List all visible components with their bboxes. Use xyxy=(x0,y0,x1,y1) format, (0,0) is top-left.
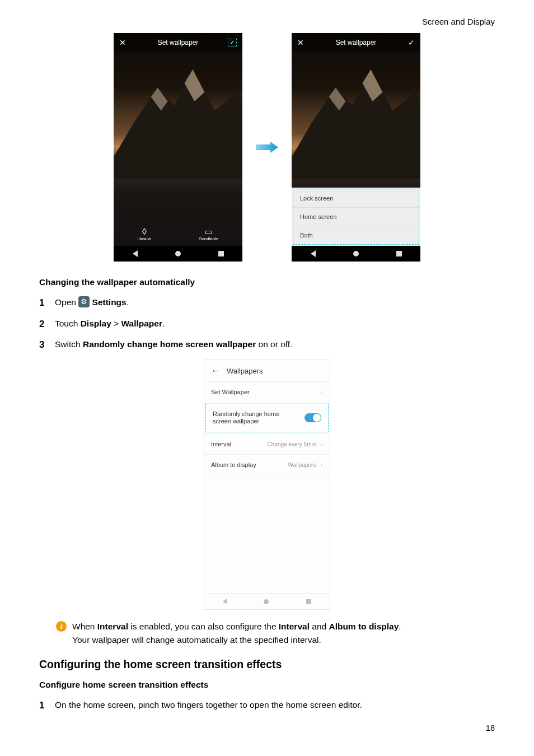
row-label: Randomly change home screen wallpaper xyxy=(213,410,291,425)
chevron-right-icon: › xyxy=(321,461,323,468)
nav-home-icon[interactable] xyxy=(175,251,181,256)
mountain-shape xyxy=(292,42,420,179)
row-label: Interval xyxy=(211,441,231,447)
step-text: > xyxy=(114,319,121,328)
info-icon: i xyxy=(56,621,67,632)
random-label: Randomly change home screen wallpaper xyxy=(83,339,256,349)
wallpaper-options: ◊ Illusion ▭ Scrollable xyxy=(114,227,242,241)
phone-set-wallpaper-b: ✕ Set wallpaper ✓ Lock screen Home scree… xyxy=(292,33,420,262)
nav-home-icon[interactable] xyxy=(264,599,269,604)
row-value: Wallpapers xyxy=(288,462,316,468)
chevron-right-icon: › xyxy=(321,441,323,447)
steps-auto-wallpaper: Open Settings. Touch Display > Wallpaper… xyxy=(39,296,495,351)
scrollable-label: Scrollable xyxy=(199,236,218,241)
row-value: Change every 5min xyxy=(268,441,316,447)
phones-row: ✕ Set wallpaper ✓ ◊ Illusion ▭ Scrollabl… xyxy=(39,33,495,262)
subheading-auto-wallpaper: Changing the wallpaper automatically xyxy=(39,277,495,287)
nav-back-icon[interactable] xyxy=(133,250,138,257)
page-number: 18 xyxy=(39,724,495,732)
row-label: Album to display xyxy=(211,461,256,468)
row-interval[interactable]: Interval Change every 5min › xyxy=(204,433,330,454)
step-text: Open xyxy=(55,297,78,307)
settings-label: Settings xyxy=(92,297,127,307)
row-random-change[interactable]: Randomly change home screen wallpaper xyxy=(205,403,329,432)
step-text: . xyxy=(127,297,129,307)
step-1: Open Settings. xyxy=(39,296,495,309)
settings-icon xyxy=(78,296,90,307)
phone-title: Set wallpaper xyxy=(292,39,420,46)
subheading-transitions: Configure home screen transition effects xyxy=(39,680,495,690)
options-highlight: Lock screen Home screen Both xyxy=(293,189,419,245)
interval-label: Interval xyxy=(279,622,310,631)
row-album[interactable]: Album to display Wallpapers › xyxy=(204,454,330,475)
info-text-part: . xyxy=(399,622,401,631)
info-text: When Interval is enabled, you can also c… xyxy=(72,620,401,647)
illusion-label: Illusion xyxy=(137,236,151,241)
phone-set-wallpaper-a: ✕ Set wallpaper ✓ ◊ Illusion ▭ Scrollabl… xyxy=(114,33,242,262)
nav-home-icon[interactable] xyxy=(353,251,359,256)
screen-title: Wallpapers xyxy=(227,367,263,375)
nav-bar xyxy=(114,246,242,262)
step-text: Switch xyxy=(55,339,83,349)
step-1: On the home screen, pinch two fingers to… xyxy=(39,699,495,711)
step-text: Touch xyxy=(55,319,81,328)
nav-recent-icon[interactable] xyxy=(396,251,402,256)
step-text: On the home screen, pinch two fingers to… xyxy=(55,700,362,710)
info-note: i When Interval is enabled, you can also… xyxy=(56,620,495,647)
album-label: Album to display xyxy=(329,622,399,631)
mountain-shape xyxy=(114,42,242,179)
nav-bar xyxy=(292,246,420,262)
scrollable-icon: ▭ xyxy=(199,227,218,236)
info-text-part: When xyxy=(72,622,97,631)
toggle-on[interactable] xyxy=(305,413,321,422)
wallpaper-label: Wallpaper xyxy=(121,319,162,328)
apply-target-sheet: Lock screen Home screen Both xyxy=(292,188,420,246)
info-text-part: is enabled, you can also configure the xyxy=(130,622,279,631)
info-text-part: Your wallpaper will change automatically… xyxy=(72,635,321,645)
option-lock-screen[interactable]: Lock screen xyxy=(293,189,419,208)
step-text: . xyxy=(162,319,165,328)
step-text: on or off. xyxy=(259,339,293,349)
phone-wallpapers-settings: ← Wallpapers Set Wallpaper › Randomly ch… xyxy=(204,360,330,610)
phone-topbar: ✕ Set wallpaper ✓ xyxy=(292,33,420,52)
svg-marker-0 xyxy=(114,69,242,179)
steps-transitions: On the home screen, pinch two fingers to… xyxy=(39,699,495,711)
info-text-part: and xyxy=(312,622,329,631)
nav-back-icon[interactable] xyxy=(311,250,316,257)
row-set-wallpaper[interactable]: Set Wallpaper › xyxy=(204,381,330,402)
option-both[interactable]: Both xyxy=(293,226,419,244)
nav-recent-icon[interactable] xyxy=(306,599,311,604)
blur-icon: ◊ xyxy=(137,227,151,236)
scrollable-option[interactable]: ▭ Scrollable xyxy=(199,227,218,241)
nav-back-icon[interactable] xyxy=(223,599,227,604)
step-2: Touch Display > Wallpaper. xyxy=(39,318,495,330)
interval-label: Interval xyxy=(97,622,128,631)
display-label: Display xyxy=(81,319,111,328)
phone-topbar: ✕ Set wallpaper ✓ xyxy=(114,33,242,52)
back-icon[interactable]: ← xyxy=(211,366,220,376)
option-home-screen[interactable]: Home screen xyxy=(293,208,419,226)
illusion-option[interactable]: ◊ Illusion xyxy=(137,227,151,241)
header-section: Screen and Display xyxy=(39,17,495,26)
section-heading-transitions: Configuring the home screen transition e… xyxy=(39,658,495,671)
screen-header: ← Wallpapers xyxy=(204,360,330,381)
row-label: Set Wallpaper xyxy=(211,389,250,395)
step-3: Switch Randomly change home screen wallp… xyxy=(39,338,495,351)
chevron-right-icon: › xyxy=(321,389,323,395)
nav-bar xyxy=(204,593,330,609)
nav-recent-icon[interactable] xyxy=(218,251,224,256)
blank-area xyxy=(204,475,330,593)
svg-marker-4 xyxy=(292,69,420,179)
arrow-icon xyxy=(256,142,278,153)
phone-title: Set wallpaper xyxy=(114,39,242,46)
svg-marker-3 xyxy=(256,142,278,153)
